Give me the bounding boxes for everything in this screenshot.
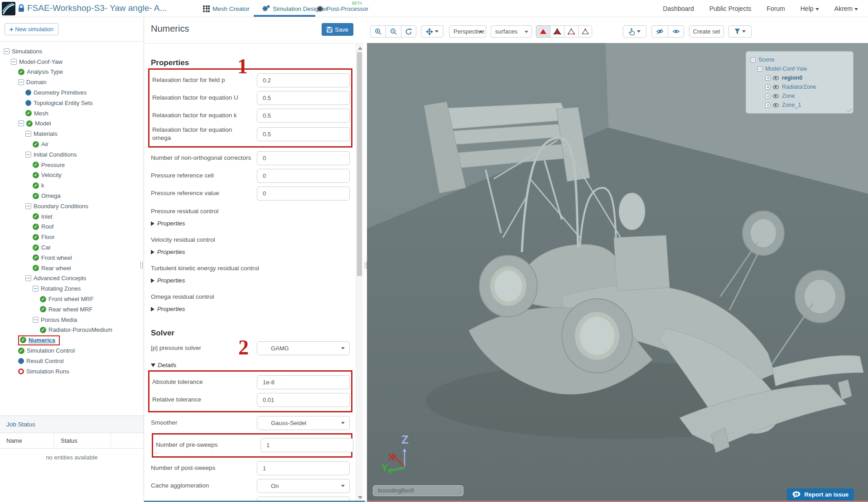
scene-item-zone[interactable]: Zone [746,91,853,100]
tree-item-numerics[interactable]: ✓Numerics [0,335,144,345]
pick-tool-button[interactable] [623,25,646,38]
minus-icon[interactable] [11,59,17,65]
minus-icon[interactable] [33,317,39,323]
nav-user-menu[interactable]: Akrem [834,5,858,12]
tree-item-simulation-control[interactable]: ✓Simulation Control [0,345,144,356]
eye-icon[interactable] [773,85,779,89]
tree-item-velocity[interactable]: ✓Velocity [0,170,144,181]
panel-scrollbar[interactable] [356,44,363,502]
tree-item-inlet[interactable]: ✓Inlet [0,211,144,222]
nav-help[interactable]: Help [800,5,819,12]
minus-icon[interactable] [18,120,24,126]
surface-mode-button[interactable] [536,25,550,38]
nav-public-projects[interactable]: Public Projects [709,5,752,12]
tree-item-boundary-conditions[interactable]: Boundary Conditions [0,201,144,211]
scene-model-row[interactable]: Model-Conf-Yaw [746,64,853,73]
minus-icon[interactable] [25,152,31,158]
new-simulation-button[interactable]: +New simulation [5,23,58,35]
properties-expander[interactable]: Properties [151,220,352,227]
expand-icon[interactable] [765,85,770,90]
field-input[interactable] [257,375,350,389]
bounding-box-field[interactable]: boundingBox5 [373,485,463,496]
scene-item-radiatorzone[interactable]: RadiatorZone [746,82,853,91]
create-set-button[interactable]: Create set [689,25,724,38]
field-input[interactable] [257,186,350,201]
field-input[interactable] [257,73,350,87]
tree-item-rear-wheel[interactable]: ✓Rear wheel [0,263,144,273]
minus-icon[interactable] [25,131,31,137]
field-select[interactable]: Gauss-Seidel [257,416,350,430]
tree-item-topological-entity-sets[interactable]: Topological Entity Sets [0,98,144,108]
sidebar-splitter-grip[interactable] [140,262,143,269]
eye-icon[interactable] [773,94,779,98]
minus-icon[interactable] [33,286,39,292]
surface-edges-mode-button[interactable] [550,25,564,38]
expand-icon[interactable] [765,76,770,81]
tree-item-roof[interactable]: ✓Roof [0,222,144,232]
tree-item-result-control[interactable]: Result Control [0,356,144,366]
field-input[interactable] [257,109,350,123]
points-mode-button[interactable] [578,25,592,38]
hide-button[interactable] [651,25,668,38]
tree-item-porous-media[interactable]: Porous Media [0,315,144,325]
render-style-select[interactable]: surfaces [491,25,532,38]
field-input[interactable] [257,393,350,407]
field-select[interactable]: On [257,479,350,493]
expand-icon[interactable] [765,94,770,99]
scene-tree-overlay[interactable]: Scene Model-Conf-Yaw region0RadiatorZone… [746,51,854,114]
selected-item-highlight[interactable]: ✓Numerics [18,335,60,345]
expand-icon[interactable] [765,103,770,108]
wireframe-mode-button[interactable] [564,25,578,38]
tree-item-model[interactable]: ✓Model [0,119,144,129]
resize-handle[interactable] [456,491,462,494]
field-input[interactable] [260,438,353,452]
details-expander[interactable]: Details [151,362,352,368]
minus-icon[interactable] [25,203,31,209]
tree-item-mesh[interactable]: ✓Mesh [0,108,144,119]
tree-item-rotating-zones[interactable]: Rotating Zones [0,283,144,294]
tree-item-domain[interactable]: Domain [0,77,144,87]
scene-item-region0[interactable]: region0 [746,73,853,82]
tree-item-advanced-concepts[interactable]: Advanced Concepts [0,273,144,284]
field-input[interactable] [257,151,350,165]
field-select[interactable]: faceAreaPair [257,497,350,502]
3d-viewport[interactable]: Perspective surfaces [367,17,868,502]
field-input[interactable] [257,461,350,475]
report-issue-button[interactable]: Report an issue [787,488,854,501]
scene-item-zone_1[interactable]: Zone_1 [746,100,853,110]
tree-item-floor[interactable]: ✓Floor [0,232,144,242]
nav-dashboard[interactable]: Dashboard [663,5,694,12]
pan-move-button[interactable] [421,25,444,38]
tree-item-omega[interactable]: ✓Omega [0,191,144,201]
properties-expander[interactable]: Properties [151,249,352,255]
tree-item-rear-wheel-mrf[interactable]: ✓Rear wheel MRF [0,304,144,315]
properties-expander[interactable]: Properties [151,306,352,312]
reset-view-button[interactable] [401,25,416,38]
collapse-icon[interactable] [751,57,756,62]
minus-icon[interactable] [18,79,24,85]
scene-root-row[interactable]: Scene [746,55,853,64]
field-select[interactable]: GAMG [257,341,350,355]
properties-expander[interactable]: Properties [151,277,352,284]
tree-item-model-conf-yaw[interactable]: Model-Conf-Yaw [0,57,144,67]
field-input[interactable] [257,91,350,105]
tree-item-k[interactable]: ✓k [0,180,144,191]
filter-button[interactable] [728,25,752,38]
tree-item-initial-conditions[interactable]: Initial Conditions [0,149,144,160]
minus-icon[interactable] [25,275,31,281]
show-button[interactable] [668,25,684,38]
tree-item-front-wheel-mrf[interactable]: ✓Front wheel MRF [0,294,144,304]
tree-item-radiator-porousmedium[interactable]: ✓Radiator-PorousMedium [0,325,144,335]
field-input[interactable] [257,127,350,141]
scroll-up-arrow-icon[interactable] [358,47,362,50]
field-input[interactable] [257,169,350,183]
save-button[interactable]: Save [322,23,353,36]
tree-item-car[interactable]: ✓Car [0,242,144,253]
tree-item-simulation-runs[interactable]: Simulation Runs [0,366,144,377]
projection-select[interactable]: Perspective [449,25,486,38]
tree-item-geometry-primitives[interactable]: Geometry Primitives [0,87,144,98]
scroll-down-arrow-icon[interactable] [358,496,362,499]
scrollbar-thumb[interactable] [357,52,362,276]
tree-item-air[interactable]: ✓Air [0,139,144,149]
zoom-out-button[interactable] [386,25,401,38]
